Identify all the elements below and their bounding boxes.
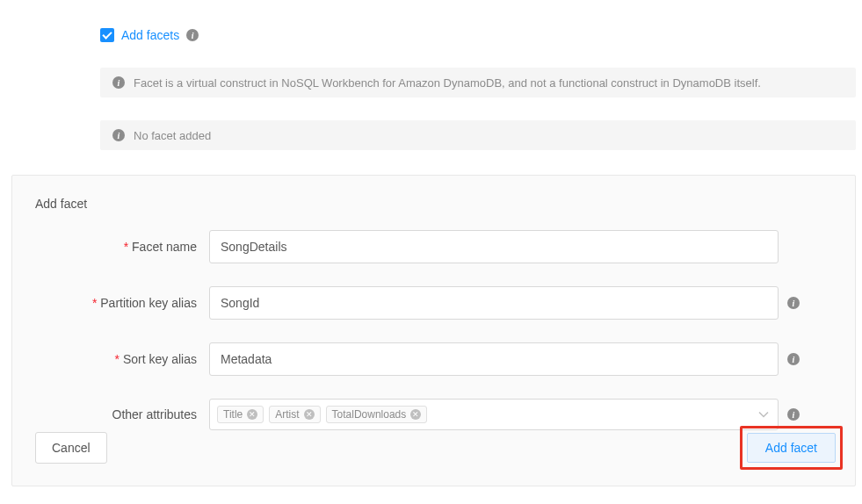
cancel-button[interactable]: Cancel [35,432,107,464]
facet-name-label: Facet name [35,240,209,254]
attribute-tag-label: Title [223,408,243,421]
attribute-tag: Title [217,406,264,423]
panel-title: Add facet [35,197,832,211]
attribute-tag-label: TotalDownloads [332,408,407,421]
facet-info-alert: Facet is a virtual construct in NoSQL Wo… [100,68,856,97]
info-icon [112,76,125,89]
add-facet-panel: Add facet Facet name Partition key alias… [11,175,856,486]
add-facets-checkbox-row: Add facets [100,28,199,42]
close-icon[interactable] [304,409,315,420]
sort-key-alias-label: Sort key alias [35,352,209,366]
partition-key-alias-input[interactable] [209,286,779,320]
sort-key-alias-input[interactable] [209,342,779,376]
no-facet-text: No facet added [134,129,211,142]
info-icon[interactable] [787,408,800,421]
attribute-tag: Artist [269,406,320,423]
sort-key-alias-row: Sort key alias [35,342,832,376]
partition-key-alias-label: Partition key alias [35,296,209,310]
panel-footer: Cancel Add facet [35,426,843,470]
add-facets-label[interactable]: Add facets [121,28,179,42]
facet-info-text: Facet is a virtual construct in NoSQL Wo… [134,76,761,90]
close-icon[interactable] [247,409,257,420]
no-facet-alert: No facet added [100,120,856,150]
add-facet-highlight: Add facet [740,426,843,470]
facet-name-input[interactable] [209,230,779,263]
chevron-down-icon [758,411,769,418]
add-facets-checkbox[interactable] [100,28,114,42]
add-facet-button[interactable]: Add facet [747,433,836,463]
info-icon[interactable] [787,297,800,309]
info-icon[interactable] [186,29,199,41]
other-attributes-label: Other attributes [35,407,209,421]
info-icon[interactable] [787,353,800,365]
facet-name-row: Facet name [35,230,832,263]
attribute-tag-label: Artist [275,408,299,421]
close-icon[interactable] [410,409,421,420]
attribute-tag: TotalDownloads [326,406,428,423]
partition-key-alias-row: Partition key alias [35,286,832,320]
info-icon [112,129,125,141]
